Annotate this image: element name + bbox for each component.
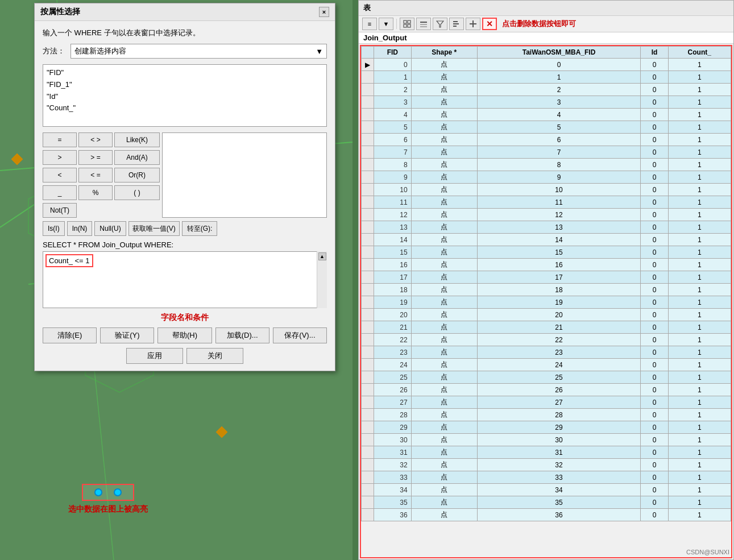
operator-lte[interactable]: < = — [78, 168, 113, 182]
close-dialog-button[interactable]: 关闭 — [186, 348, 243, 364]
table-row[interactable]: 35点3501 — [362, 496, 731, 509]
toolbar-dropdown-btn[interactable]: ▼ — [379, 18, 393, 30]
toolbar-delete-button[interactable]: ✕ — [482, 18, 497, 30]
operator-parens[interactable]: ( ) — [114, 185, 160, 200]
func-unique[interactable]: 获取唯一值(V) — [128, 221, 180, 236]
table-row[interactable]: 15点1501 — [362, 246, 731, 259]
method-dropdown[interactable]: 创建新选择内容 ▼ — [71, 44, 327, 59]
table-row[interactable]: 10点1001 — [362, 184, 731, 196]
cell-shape: 点 — [411, 296, 477, 309]
operator-underscore[interactable]: _ — [43, 185, 77, 200]
cell-count: 1 — [668, 84, 731, 96]
operator-not[interactable]: Not(T) — [43, 203, 77, 218]
col-header-osm-fid[interactable]: TaiWanOSM_MBA_FID — [477, 47, 641, 59]
cell-osm-fid: 29 — [477, 421, 641, 434]
expression-box[interactable] — [162, 132, 327, 218]
operator-percent[interactable]: % — [78, 185, 113, 200]
table-row[interactable]: 31点3101 — [362, 446, 731, 459]
help-button[interactable]: 帮助(H) — [157, 327, 212, 343]
table-row[interactable]: 16点1601 — [362, 259, 731, 271]
operator-eq[interactable]: = — [43, 132, 77, 147]
table-row[interactable]: 4点401 — [362, 109, 731, 121]
field-item-fid1[interactable]: "FID_1" — [47, 79, 323, 91]
operator-neq[interactable]: < > — [78, 132, 113, 147]
table-row[interactable]: 7点701 — [362, 146, 731, 159]
sql-query-text[interactable]: Count_ <= 1 — [45, 254, 93, 267]
table-row[interactable]: 25点2501 — [362, 371, 731, 384]
dialog-close-button[interactable]: × — [319, 7, 329, 17]
col-header-shape[interactable]: Shape * — [411, 47, 477, 59]
table-row[interactable]: 21点2101 — [362, 321, 731, 334]
field-condition-label: 字段名和条件 — [43, 310, 327, 327]
operator-and[interactable]: And(A) — [114, 150, 160, 165]
table-row[interactable]: 22点2201 — [362, 334, 731, 346]
toolbar-select-btn[interactable] — [416, 18, 431, 30]
table-row[interactable]: 27点2701 — [362, 396, 731, 409]
table-row[interactable]: 6点601 — [362, 134, 731, 146]
toolbar-add-btn[interactable] — [466, 18, 480, 30]
operator-or[interactable]: Or(R) — [114, 168, 160, 182]
table-row[interactable]: 33点3301 — [362, 471, 731, 484]
cell-fid: 26 — [374, 384, 412, 396]
table-row[interactable]: 24点2401 — [362, 359, 731, 371]
table-row[interactable]: 30点3001 — [362, 434, 731, 446]
cell-shape: 点 — [411, 384, 477, 396]
scroll-handle[interactable]: ▲ — [317, 251, 327, 308]
field-item-id[interactable]: "Id" — [47, 91, 323, 103]
table-row[interactable]: 23点2301 — [362, 346, 731, 359]
table-row[interactable]: 13点1301 — [362, 221, 731, 234]
cell-osm-fid: 27 — [477, 396, 641, 409]
table-row[interactable]: 17点1701 — [362, 271, 731, 284]
validate-button[interactable]: 验证(Y) — [100, 327, 154, 343]
sql-query-box[interactable]: Count_ <= 1 — [43, 251, 327, 308]
field-item-fid[interactable]: "FID" — [47, 67, 323, 79]
table-row[interactable]: 11点1101 — [362, 196, 731, 209]
clear-button[interactable]: 清除(E) — [43, 327, 97, 343]
func-goto[interactable]: 转至(G): — [182, 221, 218, 236]
col-header-id[interactable]: Id — [641, 47, 668, 59]
table-row[interactable]: 14点1401 — [362, 234, 731, 246]
fields-list[interactable]: "FID" "FID_1" "Id" "Count_" — [43, 64, 327, 127]
table-row[interactable]: 1点101 — [362, 71, 731, 84]
table-row[interactable]: 2点201 — [362, 84, 731, 96]
cell-shape: 点 — [411, 221, 477, 234]
table-row[interactable]: 34点3401 — [362, 484, 731, 496]
table-row[interactable]: 26点2601 — [362, 384, 731, 396]
table-row[interactable]: 29点2901 — [362, 421, 731, 434]
save-button[interactable]: 保存(V)... — [273, 327, 327, 343]
col-header-fid[interactable]: FID — [374, 47, 412, 59]
table-row[interactable]: 8点801 — [362, 159, 731, 171]
operator-like[interactable]: Like(K) — [114, 132, 160, 147]
table-row[interactable]: 12点1201 — [362, 209, 731, 221]
row-indicator — [362, 159, 374, 171]
table-row[interactable]: 9点901 — [362, 171, 731, 184]
func-in[interactable]: In(N) — [67, 221, 93, 236]
field-item-count[interactable]: "Count_" — [47, 102, 323, 114]
table-row[interactable]: 18点1801 — [362, 284, 731, 296]
table-row[interactable]: 36点3601 — [362, 509, 731, 521]
table-row[interactable]: 20点2001 — [362, 309, 731, 321]
cell-shape: 点 — [411, 109, 477, 121]
table-row[interactable]: 19点1901 — [362, 296, 731, 309]
row-indicator — [362, 234, 374, 246]
operator-gt[interactable]: > — [43, 150, 77, 165]
toolbar-menu-btn[interactable]: ≡ — [362, 18, 377, 30]
toolbar-filter-btn[interactable] — [433, 18, 447, 30]
operator-gte[interactable]: > = — [78, 150, 113, 165]
load-button[interactable]: 加载(D)... — [215, 327, 269, 343]
cell-shape: 点 — [411, 234, 477, 246]
data-table-wrapper[interactable]: FID Shape * TaiWanOSM_MBA_FID Id Count_ … — [360, 45, 732, 558]
table-row[interactable]: 32点3201 — [362, 459, 731, 471]
table-row[interactable]: 5点501 — [362, 121, 731, 134]
toolbar-grid-btn[interactable] — [400, 18, 414, 30]
table-row[interactable]: 28点2801 — [362, 409, 731, 421]
func-is[interactable]: Is(I) — [43, 221, 65, 236]
col-header-count[interactable]: Count_ — [668, 47, 731, 59]
apply-button[interactable]: 应用 — [126, 348, 183, 364]
scroll-up-arrow[interactable]: ▲ — [318, 252, 326, 260]
operator-lt[interactable]: < — [43, 168, 77, 182]
table-row[interactable]: ▶0点001 — [362, 59, 731, 71]
func-null[interactable]: Null(U) — [94, 221, 126, 236]
table-row[interactable]: 3点301 — [362, 96, 731, 109]
toolbar-sort-btn[interactable] — [449, 18, 464, 30]
